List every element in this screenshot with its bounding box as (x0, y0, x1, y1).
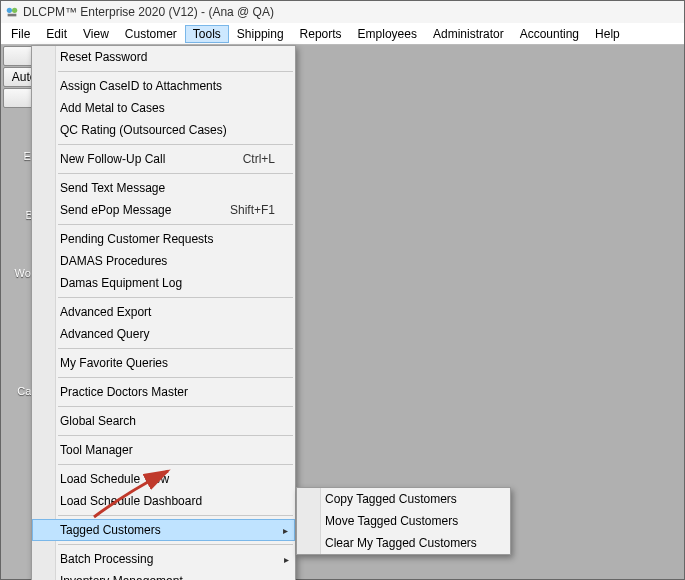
menu-item-label: QC Rating (Outsourced Cases) (60, 123, 227, 137)
menu-separator (58, 173, 293, 174)
menu-item-damas-equipment-log[interactable]: Damas Equipment Log (32, 272, 295, 294)
menubar: FileEditViewCustomerToolsShippingReports… (1, 23, 684, 45)
menu-item-label: Load Schedule Dashboard (60, 494, 202, 508)
menu-item-label: Tool Manager (60, 443, 133, 457)
menu-item-assign-caseid-to-attachments[interactable]: Assign CaseID to Attachments (32, 75, 295, 97)
menu-shortcut: Ctrl+L (243, 152, 275, 166)
menu-accounting[interactable]: Accounting (512, 25, 587, 43)
menu-item-label: Global Search (60, 414, 136, 428)
submenu-arrow-icon: ▸ (284, 576, 289, 581)
menu-reports[interactable]: Reports (292, 25, 350, 43)
menu-view[interactable]: View (75, 25, 117, 43)
menu-item-label: Batch Processing (60, 552, 153, 566)
menu-separator (58, 544, 293, 545)
submenu-item-label: Clear My Tagged Customers (325, 536, 477, 550)
menu-item-my-favorite-queries[interactable]: My Favorite Queries (32, 352, 295, 374)
menu-edit[interactable]: Edit (38, 25, 75, 43)
menu-separator (58, 297, 293, 298)
menu-item-label: New Follow-Up Call (60, 152, 165, 166)
menu-administrator[interactable]: Administrator (425, 25, 512, 43)
menu-separator (58, 224, 293, 225)
submenu-item-label: Copy Tagged Customers (325, 492, 457, 506)
submenu-arrow-icon: ▸ (284, 554, 289, 565)
menu-separator (58, 71, 293, 72)
menu-item-advanced-export[interactable]: Advanced Export (32, 301, 295, 323)
menu-item-load-schedule-view[interactable]: Load Schedule View (32, 468, 295, 490)
menu-file[interactable]: File (3, 25, 38, 43)
menu-item-label: Assign CaseID to Attachments (60, 79, 222, 93)
menu-item-tool-manager[interactable]: Tool Manager (32, 439, 295, 461)
menu-item-label: Send Text Message (60, 181, 165, 195)
menu-item-label: Advanced Query (60, 327, 149, 341)
menu-item-label: Damas Equipment Log (60, 276, 182, 290)
menu-employees[interactable]: Employees (350, 25, 425, 43)
menu-item-send-text-message[interactable]: Send Text Message (32, 177, 295, 199)
menu-item-reset-password[interactable]: Reset Password (32, 46, 295, 68)
menu-item-global-search[interactable]: Global Search (32, 410, 295, 432)
menu-item-damas-procedures[interactable]: DAMAS Procedures (32, 250, 295, 272)
menu-tools[interactable]: Tools (185, 25, 229, 43)
submenu-item-copy-tagged-customers[interactable]: Copy Tagged Customers (297, 488, 510, 510)
menu-item-load-schedule-dashboard[interactable]: Load Schedule Dashboard (32, 490, 295, 512)
menu-item-add-metal-to-cases[interactable]: Add Metal to Cases (32, 97, 295, 119)
titlebar: DLCPM™ Enterprise 2020 (V12) - (Ana @ QA… (1, 1, 684, 23)
menu-item-label: Send ePop Message (60, 203, 171, 217)
menu-item-label: Inventory Management (60, 574, 183, 580)
menu-separator (58, 464, 293, 465)
submenu-arrow-icon: ▸ (283, 525, 288, 536)
menu-item-label: Pending Customer Requests (60, 232, 213, 246)
submenu-item-move-tagged-customers[interactable]: Move Tagged Customers (297, 510, 510, 532)
menu-separator (58, 377, 293, 378)
tools-menu-dropdown: Reset PasswordAssign CaseID to Attachmen… (31, 45, 296, 580)
menu-item-label: Practice Doctors Master (60, 385, 188, 399)
menu-separator (58, 144, 293, 145)
menu-help[interactable]: Help (587, 25, 628, 43)
client-area: MainAutomated ServicesMarketing E-mail T… (1, 45, 684, 579)
menu-item-label: Load Schedule View (60, 472, 169, 486)
svg-rect-2 (8, 14, 17, 17)
menu-item-send-epop-message[interactable]: Send ePop MessageShift+F1 (32, 199, 295, 221)
menu-item-qc-rating-outsourced-cases-[interactable]: QC Rating (Outsourced Cases) (32, 119, 295, 141)
tagged-customers-submenu: Copy Tagged CustomersMove Tagged Custome… (296, 487, 511, 555)
menu-customer[interactable]: Customer (117, 25, 185, 43)
menu-separator (58, 348, 293, 349)
menu-separator (58, 406, 293, 407)
svg-point-0 (7, 8, 12, 13)
menu-shortcut: Shift+F1 (230, 203, 275, 217)
submenu-item-label: Move Tagged Customers (325, 514, 458, 528)
menu-item-inventory-management[interactable]: Inventory Management▸ (32, 570, 295, 580)
menu-item-pending-customer-requests[interactable]: Pending Customer Requests (32, 228, 295, 250)
app-window: DLCPM™ Enterprise 2020 (V12) - (Ana @ QA… (0, 0, 685, 580)
app-icon (5, 5, 19, 19)
menu-item-label: DAMAS Procedures (60, 254, 167, 268)
menu-item-tagged-customers[interactable]: Tagged Customers▸ (32, 519, 295, 541)
menu-item-advanced-query[interactable]: Advanced Query (32, 323, 295, 345)
menu-item-label: Advanced Export (60, 305, 151, 319)
menu-item-label: My Favorite Queries (60, 356, 168, 370)
svg-point-1 (12, 8, 17, 13)
menu-item-new-follow-up-call[interactable]: New Follow-Up CallCtrl+L (32, 148, 295, 170)
menu-item-label: Reset Password (60, 50, 147, 64)
menu-item-batch-processing[interactable]: Batch Processing▸ (32, 548, 295, 570)
window-title: DLCPM™ Enterprise 2020 (V12) - (Ana @ QA… (23, 5, 274, 19)
menu-separator (58, 435, 293, 436)
menu-separator (58, 515, 293, 516)
menu-item-label: Tagged Customers (60, 523, 161, 537)
submenu-item-clear-my-tagged-customers[interactable]: Clear My Tagged Customers (297, 532, 510, 554)
menu-item-label: Add Metal to Cases (60, 101, 165, 115)
menu-shipping[interactable]: Shipping (229, 25, 292, 43)
menu-item-practice-doctors-master[interactable]: Practice Doctors Master (32, 381, 295, 403)
